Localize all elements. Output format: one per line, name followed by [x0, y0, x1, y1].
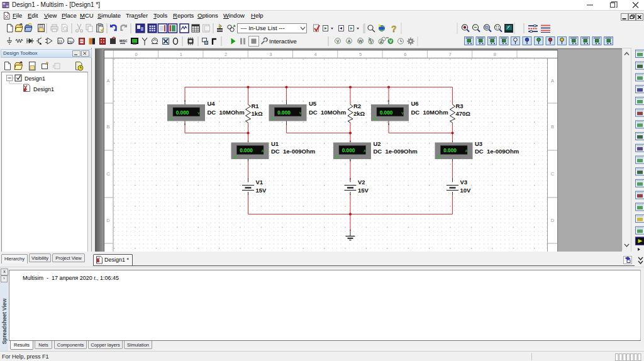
svg-text:10MOhm: 10MOhm	[423, 109, 448, 116]
svg-text:470Ω: 470Ω	[456, 110, 471, 117]
svg-text:W: W	[358, 39, 363, 43]
svg-text:V: V	[401, 111, 404, 115]
svg-text:R2: R2	[353, 103, 361, 109]
svg-text:B: B	[551, 124, 554, 130]
svg-text:Design1: Design1	[25, 75, 45, 82]
svg-text:B: B	[106, 124, 109, 130]
svg-text:--- In-Use List ---: --- In-Use List ---	[241, 25, 285, 31]
svg-text:Interactive: Interactive	[269, 38, 297, 45]
svg-text:U4: U4	[208, 100, 216, 107]
svg-text:DC: DC	[271, 148, 280, 155]
svg-text:3: 3	[269, 52, 272, 57]
svg-text:DC: DC	[475, 148, 484, 155]
svg-text:0.000: 0.000	[342, 148, 355, 153]
svg-text:7: 7	[449, 52, 452, 57]
svg-text:1: 1	[180, 52, 182, 57]
svg-text:0.000: 0.000	[443, 148, 457, 153]
svg-text:A: A	[262, 149, 264, 153]
svg-text:C: C	[106, 171, 110, 177]
svg-text:V: V	[389, 39, 392, 43]
svg-text:D: D	[551, 218, 555, 223]
svg-text:0.000: 0.000	[176, 110, 189, 116]
svg-text:CM: CM	[67, 40, 73, 44]
svg-text:A: A	[364, 149, 366, 153]
svg-text:V: V	[336, 39, 340, 43]
svg-text:0: 0	[135, 52, 137, 57]
svg-text:U3: U3	[475, 140, 482, 147]
svg-text:A: A	[106, 78, 109, 84]
svg-text:U2: U2	[374, 140, 381, 147]
svg-text:?: ?	[391, 24, 397, 34]
svg-text:1kΩ: 1kΩ	[252, 110, 264, 117]
svg-text:1e-009Ohm: 1e-009Ohm	[487, 148, 519, 155]
svg-text:6: 6	[404, 52, 406, 57]
svg-text:V: V	[299, 111, 302, 115]
svg-text:DC: DC	[374, 148, 382, 155]
svg-text:1e-009Ohm: 1e-009Ohm	[283, 148, 315, 155]
svg-text:V1: V1	[256, 179, 264, 186]
svg-text:D: D	[106, 218, 110, 223]
svg-text:8: 8	[494, 52, 496, 57]
svg-text:4: 4	[314, 52, 317, 57]
svg-text:DC: DC	[208, 109, 216, 116]
svg-text:10V: 10V	[460, 187, 472, 194]
svg-text:U6: U6	[411, 100, 419, 107]
svg-text:2kΩ: 2kΩ	[353, 110, 365, 117]
svg-text:1e-009Ohm: 1e-009Ohm	[386, 148, 418, 155]
svg-text:U5: U5	[309, 100, 317, 107]
svg-text:Design1: Design1	[33, 86, 54, 92]
svg-text:10MOhm: 10MOhm	[219, 109, 245, 116]
svg-text:V: V	[197, 111, 200, 115]
svg-text:V2: V2	[358, 179, 365, 186]
svg-text:R1: R1	[252, 103, 260, 109]
svg-text:C: C	[551, 171, 555, 177]
svg-text:A: A	[551, 78, 554, 84]
svg-text:2: 2	[225, 52, 227, 57]
svg-text:10MOhm: 10MOhm	[321, 109, 346, 116]
svg-text:15V: 15V	[256, 187, 267, 194]
svg-text:0.000: 0.000	[380, 110, 393, 116]
svg-text:DC: DC	[309, 109, 318, 116]
svg-text:13: 13	[58, 40, 62, 43]
svg-text:5: 5	[359, 52, 362, 57]
svg-text:15V: 15V	[358, 187, 369, 194]
svg-text:0.000: 0.000	[240, 148, 253, 153]
svg-text:R3: R3	[456, 103, 464, 109]
svg-text:A: A	[465, 149, 468, 153]
svg-text:A: A	[347, 39, 350, 43]
svg-text:DC: DC	[411, 109, 420, 116]
svg-text:MISC: MISC	[119, 39, 128, 43]
svg-text:0.000: 0.000	[277, 110, 291, 116]
svg-text:V3: V3	[460, 179, 468, 186]
svg-text:U1: U1	[271, 140, 279, 147]
